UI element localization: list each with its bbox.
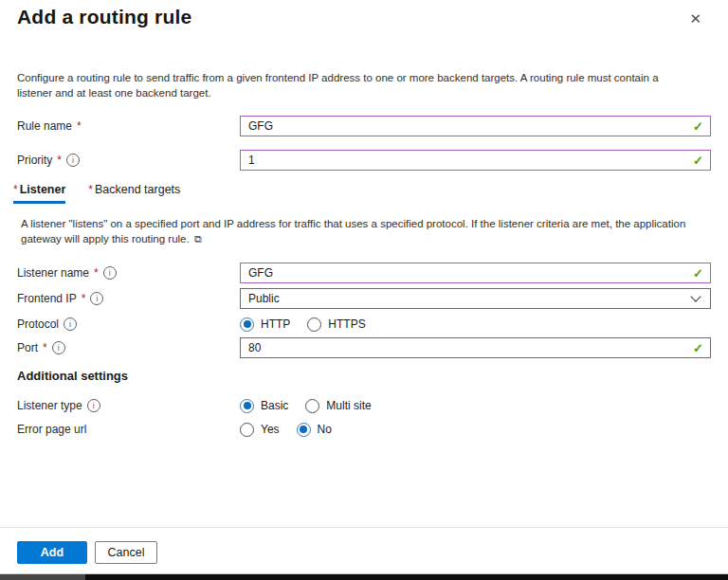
priority-label: Priority * i [17, 154, 240, 167]
radio-yes-label: Yes [261, 423, 280, 436]
listener-name-control: ✓ [240, 263, 711, 283]
radio-multi-site-label: Multi site [326, 399, 371, 412]
radio-https-label: HTTPS [328, 317, 365, 331]
rule-name-label-text: Rule name [17, 119, 72, 133]
radio-selected-icon [297, 423, 311, 437]
additional-settings-heading: Additional settings [17, 369, 128, 383]
required-asterisk: * [82, 292, 86, 305]
error-page-url-label-text: Error page url [17, 423, 86, 436]
add-button[interactable]: Add [17, 541, 87, 564]
footer-divider [0, 527, 728, 528]
rule-name-row: Rule name * ✓ [17, 116, 711, 136]
port-control: ✓ [240, 337, 711, 358]
info-icon[interactable]: i [103, 266, 117, 280]
window-bottom-edge-segment [0, 574, 85, 580]
radio-basic-label: Basic [261, 399, 288, 412]
intro-text: Configure a routing rule to send traffic… [17, 70, 682, 100]
radio-selected-icon [240, 317, 254, 332]
required-asterisk: * [88, 183, 93, 196]
external-link-icon[interactable]: ⧉ [194, 233, 202, 245]
listener-name-input[interactable] [240, 263, 711, 283]
protocol-radio-group: HTTP HTTPS [240, 317, 366, 332]
page-title: Add a routing rule [17, 6, 191, 28]
error-page-url-radio-group: Yes No [240, 423, 332, 437]
radio-option-basic[interactable]: Basic [240, 399, 288, 413]
rule-name-control: ✓ [240, 116, 711, 136]
listener-type-row: Listener type i Basic Multi site [17, 395, 711, 416]
info-icon[interactable]: i [87, 399, 100, 412]
radio-option-multi-site[interactable]: Multi site [305, 399, 371, 413]
radio-option-no[interactable]: No [297, 423, 332, 437]
listener-name-row: Listener name * i ✓ [17, 263, 711, 283]
priority-input[interactable] [240, 150, 711, 171]
priority-control: ✓ [240, 150, 711, 171]
rule-name-input[interactable] [240, 116, 711, 136]
frontend-ip-selected-value: Public [248, 292, 280, 305]
tab-bar: * Listener * Backend targets [13, 183, 180, 204]
tab-backend-targets-label: Backend targets [95, 183, 180, 196]
port-label-text: Port [17, 341, 38, 354]
listener-name-label: Listener name * i [17, 266, 240, 280]
required-asterisk: * [43, 341, 47, 354]
protocol-control: HTTP HTTPS [240, 314, 711, 335]
tab-listener[interactable]: * Listener [13, 183, 65, 204]
frontend-ip-dropdown[interactable]: Public [240, 288, 711, 309]
required-asterisk: * [57, 154, 62, 167]
frontend-ip-label: Frontend IP * i [17, 292, 240, 305]
close-icon[interactable]: ✕ [689, 11, 701, 26]
error-page-url-control: Yes No [240, 419, 711, 440]
protocol-row: Protocol i HTTP HTTPS [17, 314, 711, 335]
tab-listener-label: Listener [20, 183, 66, 196]
listener-info-body: A listener "listens" on a specified port… [21, 218, 685, 245]
required-asterisk: * [13, 183, 18, 196]
info-icon[interactable]: i [90, 292, 103, 305]
listener-name-label-text: Listener name [17, 266, 89, 280]
error-page-url-row: Error page url Yes No [17, 419, 711, 440]
error-page-url-label: Error page url [17, 423, 240, 436]
frontend-ip-control: Public [240, 288, 711, 309]
frontend-ip-label-text: Frontend IP [17, 292, 77, 305]
tab-backend-targets[interactable]: * Backend targets [88, 183, 180, 204]
radio-no-label: No [318, 423, 332, 436]
window-bottom-edge [0, 573, 728, 580]
listener-type-control: Basic Multi site [240, 395, 711, 416]
required-asterisk: * [94, 266, 99, 280]
radio-unselected-icon [307, 317, 321, 332]
listener-type-label: Listener type i [17, 399, 240, 412]
radio-unselected-icon [305, 399, 319, 413]
protocol-label: Protocol i [17, 317, 240, 331]
rule-name-label: Rule name * [17, 119, 240, 133]
port-input[interactable] [240, 337, 711, 358]
listener-type-radio-group: Basic Multi site [240, 399, 372, 413]
listener-info-text: A listener "listens" on a specified port… [21, 216, 698, 246]
radio-option-https[interactable]: HTTPS [307, 317, 365, 332]
radio-selected-icon [240, 399, 254, 413]
port-row: Port * i ✓ [17, 337, 711, 358]
listener-type-label-text: Listener type [17, 399, 82, 412]
radio-option-yes[interactable]: Yes [240, 423, 280, 437]
priority-row: Priority * i ✓ [17, 150, 711, 171]
info-icon[interactable]: i [66, 154, 80, 167]
priority-label-text: Priority [17, 154, 52, 167]
radio-http-label: HTTP [261, 317, 290, 331]
cancel-button[interactable]: Cancel [95, 541, 157, 564]
radio-unselected-icon [240, 423, 254, 437]
info-icon[interactable]: i [64, 317, 77, 331]
port-label: Port * i [17, 341, 240, 354]
required-asterisk: * [77, 119, 82, 133]
protocol-label-text: Protocol [17, 317, 59, 331]
radio-option-http[interactable]: HTTP [240, 317, 290, 332]
info-icon[interactable]: i [52, 341, 65, 354]
frontend-ip-row: Frontend IP * i Public [17, 288, 711, 309]
